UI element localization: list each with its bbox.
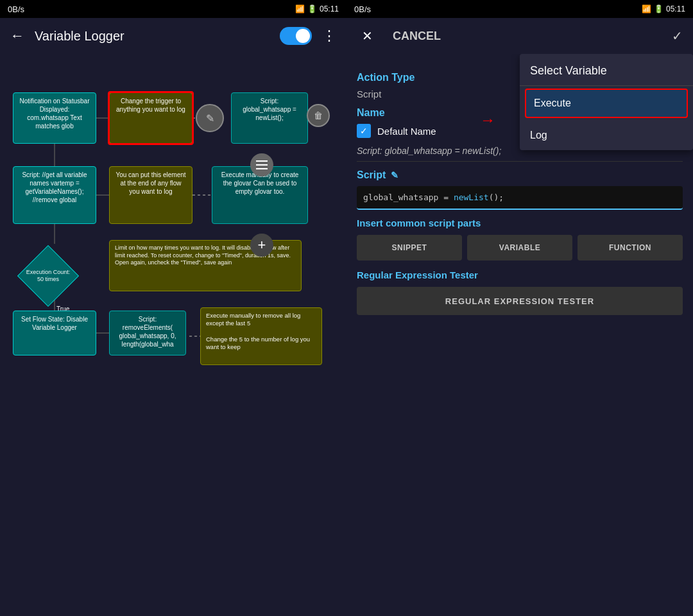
cancel-button[interactable]: CANCEL (393, 30, 441, 43)
regex-tester-button[interactable]: REGULAR EXPRESSION TESTER (357, 287, 683, 315)
diamond-label: Execution Count: 50 times (22, 269, 74, 283)
right-wifi-icon: 📶 (642, 4, 651, 13)
edit-button[interactable]: ✎ (196, 104, 224, 132)
trash-icon: 🗑 (314, 110, 323, 121)
right-battery-icon: 🔋 (654, 4, 663, 13)
regex-label: Regular Expression Tester (357, 270, 683, 280)
check-icon: ✓ (360, 126, 368, 136)
common-parts-label: Insert common script parts (357, 218, 683, 228)
left-network-status: 0B/s (8, 4, 24, 14)
right-time: 05:11 (666, 4, 685, 13)
toggle-switch[interactable] (280, 27, 312, 45)
script-section-header: Script ✎ (357, 169, 683, 181)
select-variable-dropdown: Select Variable Execute Log (520, 54, 693, 150)
checkmark-button[interactable]: ✓ (672, 28, 683, 44)
diamond-container: Execution Count: 50 times (22, 250, 74, 302)
variable-button[interactable]: VARIABLE (467, 235, 572, 261)
edit-script-icon[interactable]: ✎ (391, 170, 398, 180)
node-execute-remove: Execute manually to remove all log excep… (200, 307, 322, 365)
dropdown-item-log[interactable]: Log (520, 121, 693, 150)
default-name-text: Default Name (377, 126, 436, 137)
node-script-remove: Script: removeElements( global_whatsapp,… (109, 311, 186, 355)
script-code-block: global_whatsapp = newList(); (357, 186, 683, 210)
code-keyword: newList (454, 193, 489, 202)
page-title: Variable Logger (35, 29, 270, 44)
node-script-newlist: Script: global_whatsapp = newList(); (231, 92, 308, 144)
close-button[interactable]: ✕ (357, 26, 377, 46)
default-name-checkbox[interactable]: ✓ (357, 124, 371, 138)
right-content-area: Action Type Script Name ✓ Default Name S… (346, 54, 693, 616)
left-time: 05:11 (320, 4, 339, 13)
right-network-status: 0B/s (354, 4, 371, 14)
back-button[interactable]: ← (10, 28, 24, 44)
node-script-getvars: Script: //get all variable names vartemp… (13, 166, 96, 224)
pencil-icon: ✎ (206, 112, 214, 124)
menu-circle[interactable] (250, 153, 273, 176)
function-button[interactable]: FUNCTION (578, 235, 683, 261)
red-arrow-execute: → (480, 111, 495, 129)
snippet-button[interactable]: SNIPPET (357, 235, 462, 261)
dropdown-item-execute[interactable]: Execute (525, 89, 688, 118)
node-notification: Notification on Statusbar Displayed: com… (13, 92, 96, 144)
node-you-can-put: You can put this element at the end of a… (109, 166, 193, 224)
node-set-flow-state: Set Flow State: Disable Variable Logger (13, 311, 96, 355)
trash-button[interactable]: 🗑 (307, 104, 330, 127)
dropdown-title: Select Variable (520, 54, 693, 86)
left-wifi-icon: 📶 (295, 4, 305, 13)
add-element-button[interactable]: + (250, 234, 273, 257)
left-battery-icon: 🔋 (307, 4, 317, 13)
node-change-trigger: Change the trigger to anything you want … (109, 92, 193, 144)
more-options-button[interactable]: ⋮ (322, 28, 336, 44)
